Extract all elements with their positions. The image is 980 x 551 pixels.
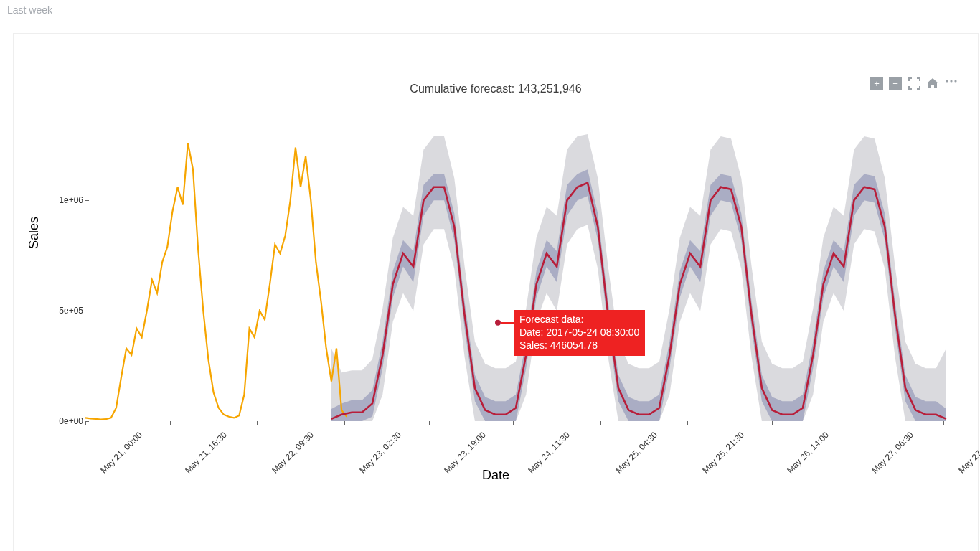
tooltip: Forecast data: Date: 2017-05-24 08:30:00…	[514, 310, 645, 356]
y-axis-ticks: 0e+005e+051e+06	[44, 134, 83, 421]
fullscreen-icon[interactable]	[908, 77, 920, 90]
x-axis-ticks: May 21, 00:00May 21, 16:30May 22, 09:30M…	[85, 421, 946, 479]
last-week-link[interactable]: Last week	[7, 4, 52, 16]
home-icon[interactable]	[926, 77, 939, 90]
zoom-in-icon[interactable]: +	[870, 77, 883, 90]
more-icon[interactable]	[945, 77, 958, 90]
tooltip-sales: Sales: 446054.78	[519, 339, 639, 352]
svg-point-2	[954, 80, 956, 82]
tooltip-pointer	[501, 322, 514, 324]
zoom-out-icon[interactable]: −	[889, 77, 902, 90]
tooltip-title: Forecast data:	[519, 313, 639, 326]
plot-area[interactable]	[85, 134, 946, 421]
chart-container: Cumulative forecast: 143,251,946 + − Sal…	[13, 33, 979, 551]
svg-point-0	[946, 80, 948, 82]
svg-point-3	[495, 320, 501, 326]
tooltip-date: Date: 2017-05-24 08:30:00	[519, 326, 639, 339]
y-axis-label: Sales	[27, 217, 42, 249]
svg-point-1	[950, 80, 952, 82]
chart-title: Cumulative forecast: 143,251,946	[14, 83, 978, 95]
plot-toolbar: + −	[870, 77, 958, 90]
